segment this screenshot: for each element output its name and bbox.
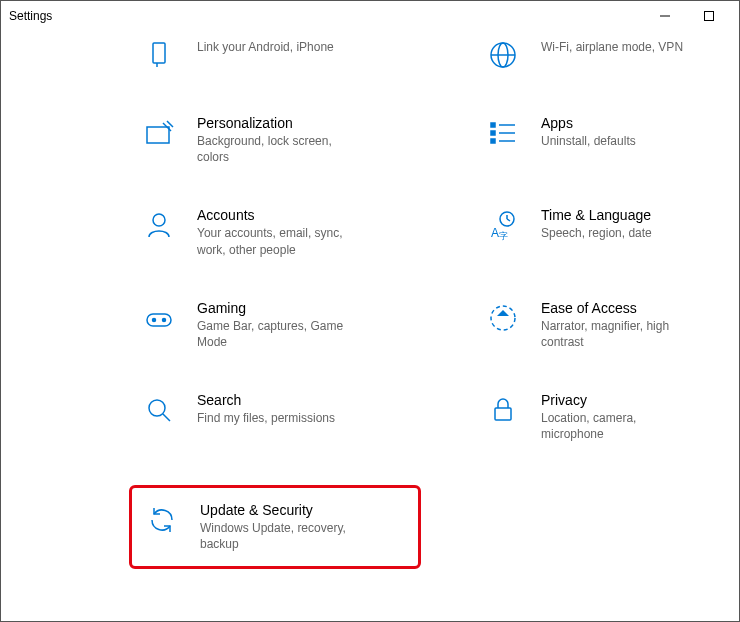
category-accounts[interactable]: Accounts Your accounts, email, sync, wor… <box>41 207 355 257</box>
category-desc: Location, camera, microphone <box>541 410 699 442</box>
svg-text:A: A <box>491 226 499 240</box>
category-time-language[interactable]: A字 Time & Language Speech, region, date <box>385 207 699 257</box>
maximize-button[interactable] <box>687 1 731 31</box>
svg-rect-11 <box>491 131 495 135</box>
apps-list-icon <box>485 115 521 151</box>
category-desc: Windows Update, recovery, backup <box>200 520 380 552</box>
category-desc: Speech, region, date <box>541 225 652 241</box>
svg-point-24 <box>163 318 166 321</box>
category-privacy[interactable]: Privacy Location, camera, microphone <box>385 392 699 442</box>
svg-rect-7 <box>147 127 169 143</box>
category-title: Update & Security <box>200 502 380 518</box>
svg-rect-2 <box>153 43 165 63</box>
category-desc: Link your Android, iPhone <box>197 39 334 55</box>
category-title: Accounts <box>197 207 355 223</box>
category-gaming[interactable]: Gaming Game Bar, captures, Game Mode <box>41 300 355 350</box>
settings-grid: Link your Android, iPhone Wi-Fi, airplan… <box>1 37 739 569</box>
category-desc: Game Bar, captures, Game Mode <box>197 318 355 350</box>
category-title: Privacy <box>541 392 699 408</box>
svg-line-19 <box>507 219 510 221</box>
svg-rect-12 <box>491 139 495 143</box>
svg-line-9 <box>167 121 173 127</box>
person-icon <box>141 207 177 243</box>
category-desc: Wi-Fi, airplane mode, VPN <box>541 39 683 55</box>
time-language-icon: A字 <box>485 207 521 243</box>
gamepad-icon <box>141 300 177 336</box>
category-title: Gaming <box>197 300 355 316</box>
highlight-annotation: Update & Security Windows Update, recove… <box>129 485 421 569</box>
category-desc: Find my files, permissions <box>197 410 335 426</box>
lock-icon <box>485 392 521 428</box>
category-search[interactable]: Search Find my files, permissions <box>41 392 355 442</box>
minimize-button[interactable] <box>643 1 687 31</box>
update-sync-icon <box>144 502 180 538</box>
svg-rect-22 <box>147 314 171 326</box>
category-apps[interactable]: Apps Uninstall, defaults <box>385 115 699 165</box>
category-personalization[interactable]: Personalization Background, lock screen,… <box>41 115 355 165</box>
ease-of-access-icon <box>485 300 521 336</box>
svg-point-25 <box>491 306 515 330</box>
category-title: Time & Language <box>541 207 652 223</box>
category-desc: Uninstall, defaults <box>541 133 636 149</box>
svg-text:字: 字 <box>499 231 508 241</box>
category-ease-of-access[interactable]: Ease of Access Narrator, magnifier, high… <box>385 300 699 350</box>
paint-icon <box>141 115 177 151</box>
category-phone[interactable]: Link your Android, iPhone <box>41 37 355 73</box>
search-icon <box>141 392 177 428</box>
category-update-security[interactable]: Update & Security Windows Update, recove… <box>144 502 418 552</box>
phone-icon <box>141 37 177 73</box>
category-desc: Background, lock screen, colors <box>197 133 355 165</box>
category-title: Personalization <box>197 115 355 131</box>
category-title: Search <box>197 392 335 408</box>
category-title: Apps <box>541 115 636 131</box>
svg-point-16 <box>153 214 165 226</box>
window-titlebar: Settings <box>1 1 739 31</box>
svg-point-26 <box>149 400 165 416</box>
svg-line-27 <box>163 414 170 421</box>
svg-rect-1 <box>705 12 714 21</box>
category-desc: Your accounts, email, sync, work, other … <box>197 225 355 257</box>
svg-rect-10 <box>491 123 495 127</box>
svg-point-23 <box>153 318 156 321</box>
category-desc: Narrator, magnifier, high contrast <box>541 318 699 350</box>
category-network[interactable]: Wi-Fi, airplane mode, VPN <box>385 37 699 73</box>
category-title: Ease of Access <box>541 300 699 316</box>
globe-icon <box>485 37 521 73</box>
svg-rect-28 <box>495 408 511 420</box>
window-title: Settings <box>9 9 52 23</box>
